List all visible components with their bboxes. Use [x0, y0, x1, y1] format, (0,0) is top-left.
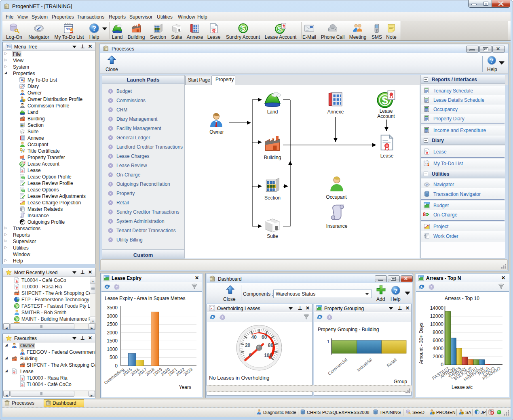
svg-text:Lease a/c: Lease a/c	[452, 384, 473, 390]
svg-text:Group: Group	[394, 379, 407, 384]
svg-text:2000: 2000	[433, 354, 443, 359]
svg-text:Overholding: Overholding	[103, 367, 125, 385]
svg-text:500: 500	[110, 355, 118, 360]
svg-text:Arrears - Top 10: Arrears - Top 10	[445, 296, 479, 301]
svg-text:Years: Years	[179, 384, 191, 390]
svg-text:Retail: Retail	[386, 357, 397, 368]
svg-text:Property Grouping - Building: Property Grouping - Building	[318, 327, 379, 332]
svg-text:14000: 14000	[430, 305, 444, 311]
svg-text:2500: 2500	[107, 321, 118, 327]
svg-text:0: 0	[249, 353, 251, 358]
svg-text:20: 20	[245, 342, 251, 348]
svg-text:3000: 3000	[107, 313, 118, 319]
svg-text:80: 80	[268, 342, 274, 348]
svg-text:1: 1	[327, 339, 329, 344]
svg-text:3500: 3500	[107, 305, 118, 311]
svg-text:60: 60	[262, 334, 267, 340]
svg-text:100: 100	[264, 353, 272, 358]
svg-text:Commercial: Commercial	[327, 357, 348, 376]
svg-text:0: 0	[441, 362, 443, 368]
svg-text:40: 40	[251, 334, 257, 340]
svg-text:10000: 10000	[430, 321, 444, 327]
svg-text:2000: 2000	[107, 330, 118, 336]
svg-text:6000: 6000	[433, 338, 443, 343]
svg-text:4000: 4000	[433, 346, 443, 351]
svg-text:8000: 8000	[433, 330, 443, 335]
svg-text:Amount - 30+ Days: Amount - 30+ Days	[418, 322, 424, 364]
svg-text:12000: 12000	[430, 313, 444, 319]
svg-text:1000: 1000	[107, 346, 118, 352]
svg-text:Lease Expiry - Area in Square: Lease Expiry - Area in Square Metres	[105, 296, 185, 301]
svg-text:Industrial: Industrial	[356, 357, 373, 372]
svg-text:2023: 2023	[183, 367, 194, 377]
svg-text:0: 0	[115, 363, 118, 369]
svg-text:1500: 1500	[107, 338, 118, 344]
